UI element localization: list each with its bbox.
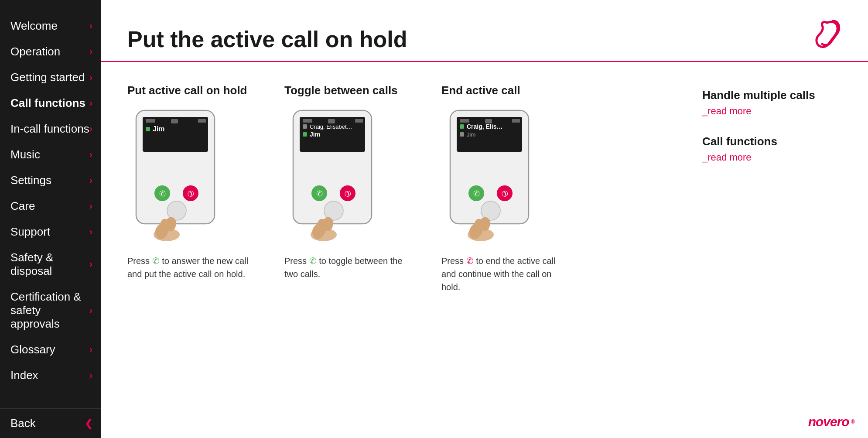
svg-rect-32 [512,119,520,123]
back-button[interactable]: Back ❮ [0,408,101,438]
sidebar-item-music[interactable]: Music› [0,142,101,168]
right-panel: Handle multiple calls _read more Call fu… [702,84,842,421]
sidebar-item-label: In-call functions [10,122,89,136]
sidebar-chevron-icon: › [89,149,92,161]
svg-text:✆: ✆ [473,189,480,198]
sidebar-item-care[interactable]: Care› [0,193,101,219]
sidebar-item-label: Care [10,199,35,213]
sidebar-chevron-icon: › [89,72,92,83]
svg-text:Jim: Jim [467,131,475,138]
phone-illustration-1: Jim ✆ ✆ [127,106,232,246]
sidebar-chevron-icon: › [89,46,92,58]
svg-rect-3 [171,119,178,123]
sidebar-chevron-icon: › [89,21,92,32]
diagram-end-active-label: End active call [441,84,520,97]
svg-rect-35 [460,132,464,137]
sidebar-item-label: Support [10,225,50,239]
svg-text:✆: ✆ [316,189,323,198]
svg-rect-16 [328,119,335,123]
diagram-put-hold-desc: Press ✆ to answer the new call and put t… [127,254,254,281]
sidebar-chevron-icon: › [89,201,92,212]
diagram-put-hold-label: Put active call on hold [127,84,247,97]
sidebar-item-certification[interactable]: Certification & safety approvals› [0,284,101,337]
back-label: Back [10,417,36,430]
svg-rect-20 [303,132,307,137]
sidebar-item-label: Call functions [10,96,85,110]
sidebar-item-label: Getting started [10,71,85,84]
page-header: Put the active call on hold [101,0,868,62]
sidebar-nav: Welcome›Operation›Getting started›Call f… [0,0,101,408]
svg-text:✆: ✆ [159,189,166,198]
svg-text:Craig, Elisabet…: Craig, Elisabet… [310,123,352,130]
sidebar-item-in-call-functions[interactable]: In-call functions› [0,116,101,142]
svg-rect-18 [303,124,307,129]
diagram-toggle: Toggle between calls Craig, Elisabet… Ji… [284,84,415,281]
handle-multiple-read-more[interactable]: _read more [702,106,842,117]
novero-logo-icon [807,17,842,52]
related-call-functions-title: Call functions [702,134,842,149]
diagrams-area: Put active call on hold Jim [127,84,685,421]
sidebar-chevron-icon: › [89,305,92,316]
sidebar-chevron-icon: › [89,226,92,238]
sidebar-item-label: Safety & disposal [10,251,89,278]
diagram-toggle-label: Toggle between calls [284,84,398,97]
sidebar-chevron-icon: › [89,175,92,186]
svg-text:Jim: Jim [310,131,320,138]
diagram-put-hold: Put active call on hold Jim [127,84,258,281]
sidebar-item-safety-disposal[interactable]: Safety & disposal› [0,245,101,284]
sidebar-item-label: Welcome [10,19,58,33]
content-area: Put active call on hold Jim [101,62,868,438]
brand-text: novero [808,414,849,429]
main-content: Put the active call on hold Put active c… [101,0,868,438]
svg-rect-33 [460,124,464,129]
diagram-end-active: End active call Craig, Elis… Jim [441,84,572,294]
sidebar-chevron-icon: › [89,98,92,109]
related-call-functions: Call functions _read more [702,134,842,163]
sidebar-chevron-icon: › [89,259,92,270]
sidebar-item-settings[interactable]: Settings› [0,168,101,193]
sidebar-item-getting-started[interactable]: Getting started› [0,65,101,90]
novero-brand: novero ® [808,414,855,429]
sidebar-chevron-icon: › [89,123,92,135]
svg-text:Jim: Jim [153,125,165,133]
back-chevron-icon: ❮ [85,418,92,429]
svg-text:Craig, Elis…: Craig, Elis… [467,123,502,130]
sidebar-item-operation[interactable]: Operation› [0,39,101,65]
sidebar-item-label: Index [10,369,38,382]
svg-rect-15 [303,119,312,123]
sidebar-item-welcome[interactable]: Welcome› [0,13,101,39]
sidebar-item-label: Glossary [10,343,55,356]
svg-rect-30 [460,119,469,123]
page-title: Put the active call on hold [127,26,407,52]
related-handle-multiple-title: Handle multiple calls [702,88,842,103]
sidebar-item-label: Settings [10,174,51,187]
svg-rect-2 [146,119,155,123]
svg-rect-17 [355,119,363,123]
call-functions-read-more[interactable]: _read more [702,152,842,163]
phone-illustration-2: Craig, Elisabet… Jim ✆ ✆ [284,106,389,246]
sidebar-chevron-icon: › [89,344,92,356]
phone-illustration-3: Craig, Elis… Jim ✆ ✆ [441,106,546,246]
sidebar-item-glossary[interactable]: Glossary› [0,337,101,363]
sidebar: Welcome›Operation›Getting started›Call f… [0,0,101,438]
diagram-toggle-desc: Press ✆ to toggle between the two calls. [284,254,411,281]
svg-rect-5 [146,127,150,131]
diagram-end-active-desc: Press ✆ to end the active call and conti… [441,254,568,294]
sidebar-chevron-icon: › [89,370,92,381]
sidebar-item-index[interactable]: Index› [0,363,101,388]
related-handle-multiple: Handle multiple calls _read more [702,88,842,117]
svg-rect-4 [198,119,206,123]
sidebar-item-call-functions[interactable]: Call functions› [0,90,101,116]
sidebar-item-label: Certification & safety approvals [10,290,89,331]
sidebar-item-support[interactable]: Support› [0,219,101,245]
sidebar-item-label: Operation [10,45,60,58]
sidebar-item-label: Music [10,148,40,161]
